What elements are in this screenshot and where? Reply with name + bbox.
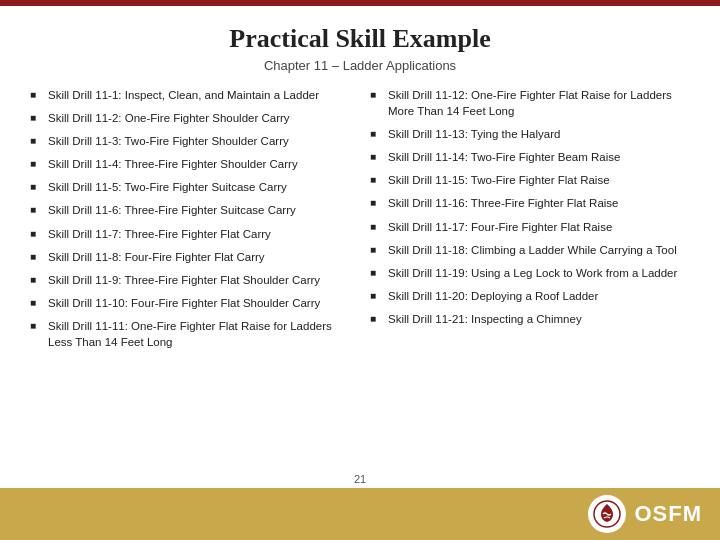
bullet-icon: ■ [30, 319, 42, 333]
bullet-icon: ■ [30, 273, 42, 287]
list-item: ■Skill Drill 11-20: Deploying a Roof Lad… [370, 288, 690, 304]
drill-text: Skill Drill 11-20: Deploying a Roof Ladd… [388, 288, 598, 304]
bullet-icon: ■ [370, 243, 382, 257]
drill-text: Skill Drill 11-5: Two-Fire Fighter Suitc… [48, 179, 287, 195]
bullet-icon: ■ [30, 250, 42, 264]
list-item: ■Skill Drill 11-6: Three-Fire Fighter Su… [30, 202, 350, 218]
bullet-icon: ■ [370, 196, 382, 210]
bullet-icon: ■ [30, 134, 42, 148]
list-item: ■Skill Drill 11-1: Inspect, Clean, and M… [30, 87, 350, 103]
page-number: 21 [354, 473, 366, 485]
drill-text: Skill Drill 11-17: Four-Fire Fighter Fla… [388, 219, 612, 235]
drill-text: Skill Drill 11-3: Two-Fire Fighter Shoul… [48, 133, 289, 149]
main-content: Practical Skill Example Chapter 11 – Lad… [0, 6, 720, 367]
left-column: ■Skill Drill 11-1: Inspect, Clean, and M… [30, 87, 350, 357]
list-item: ■Skill Drill 11-14: Two-Fire Fighter Bea… [370, 149, 690, 165]
bottom-bar: OSFM [0, 488, 720, 540]
drill-text: Skill Drill 11-15: Two-Fire Fighter Flat… [388, 172, 610, 188]
drill-text: Skill Drill 11-12: One-Fire Fighter Flat… [388, 87, 690, 119]
drill-text: Skill Drill 11-18: Climbing a Ladder Whi… [388, 242, 677, 258]
list-item: ■Skill Drill 11-19: Using a Leg Lock to … [370, 265, 690, 281]
bullet-icon: ■ [30, 88, 42, 102]
drill-text: Skill Drill 11-7: Three-Fire Fighter Fla… [48, 226, 271, 242]
logo-icon [588, 495, 626, 533]
page-title: Practical Skill Example [30, 24, 690, 54]
bullet-icon: ■ [30, 157, 42, 171]
list-item: ■Skill Drill 11-17: Four-Fire Fighter Fl… [370, 219, 690, 235]
bullet-icon: ■ [370, 220, 382, 234]
bullet-icon: ■ [370, 312, 382, 326]
bullet-icon: ■ [370, 289, 382, 303]
list-item: ■Skill Drill 11-16: Three-Fire Fighter F… [370, 195, 690, 211]
bullet-icon: ■ [370, 88, 382, 102]
list-item: ■Skill Drill 11-5: Two-Fire Fighter Suit… [30, 179, 350, 195]
page-subtitle: Chapter 11 – Ladder Applications [30, 58, 690, 73]
drill-text: Skill Drill 11-11: One-Fire Fighter Flat… [48, 318, 350, 350]
bullet-icon: ■ [30, 180, 42, 194]
list-item: ■Skill Drill 11-13: Tying the Halyard [370, 126, 690, 142]
drill-columns: ■Skill Drill 11-1: Inspect, Clean, and M… [30, 87, 690, 357]
logo-area: OSFM [588, 495, 702, 533]
bullet-icon: ■ [30, 203, 42, 217]
right-column: ■Skill Drill 11-12: One-Fire Fighter Fla… [370, 87, 690, 357]
list-item: ■Skill Drill 11-18: Climbing a Ladder Wh… [370, 242, 690, 258]
bullet-icon: ■ [30, 111, 42, 125]
drill-text: Skill Drill 11-14: Two-Fire Fighter Beam… [388, 149, 620, 165]
drill-text: Skill Drill 11-16: Three-Fire Fighter Fl… [388, 195, 619, 211]
bullet-icon: ■ [370, 127, 382, 141]
drill-text: Skill Drill 11-10: Four-Fire Fighter Fla… [48, 295, 320, 311]
drill-text: Skill Drill 11-13: Tying the Halyard [388, 126, 560, 142]
drill-text: Skill Drill 11-1: Inspect, Clean, and Ma… [48, 87, 319, 103]
drill-text: Skill Drill 11-6: Three-Fire Fighter Sui… [48, 202, 296, 218]
list-item: ■Skill Drill 11-3: Two-Fire Fighter Shou… [30, 133, 350, 149]
bullet-icon: ■ [370, 150, 382, 164]
list-item: ■Skill Drill 11-8: Four-Fire Fighter Fla… [30, 249, 350, 265]
list-item: ■Skill Drill 11-21: Inspecting a Chimney [370, 311, 690, 327]
list-item: ■Skill Drill 11-12: One-Fire Fighter Fla… [370, 87, 690, 119]
bullet-icon: ■ [30, 227, 42, 241]
bullet-icon: ■ [370, 266, 382, 280]
drill-text: Skill Drill 11-8: Four-Fire Fighter Flat… [48, 249, 265, 265]
logo-text: OSFM [634, 501, 702, 527]
drill-text: Skill Drill 11-9: Three-Fire Fighter Fla… [48, 272, 320, 288]
bullet-icon: ■ [30, 296, 42, 310]
list-item: ■Skill Drill 11-10: Four-Fire Fighter Fl… [30, 295, 350, 311]
list-item: ■Skill Drill 11-15: Two-Fire Fighter Fla… [370, 172, 690, 188]
drill-text: Skill Drill 11-4: Three-Fire Fighter Sho… [48, 156, 298, 172]
list-item: ■Skill Drill 11-4: Three-Fire Fighter Sh… [30, 156, 350, 172]
list-item: ■Skill Drill 11-7: Three-Fire Fighter Fl… [30, 226, 350, 242]
drill-text: Skill Drill 11-19: Using a Leg Lock to W… [388, 265, 677, 281]
list-item: ■Skill Drill 11-2: One-Fire Fighter Shou… [30, 110, 350, 126]
list-item: ■Skill Drill 11-9: Three-Fire Fighter Fl… [30, 272, 350, 288]
list-item: ■Skill Drill 11-11: One-Fire Fighter Fla… [30, 318, 350, 350]
drill-text: Skill Drill 11-2: One-Fire Fighter Shoul… [48, 110, 290, 126]
drill-text: Skill Drill 11-21: Inspecting a Chimney [388, 311, 582, 327]
bullet-icon: ■ [370, 173, 382, 187]
